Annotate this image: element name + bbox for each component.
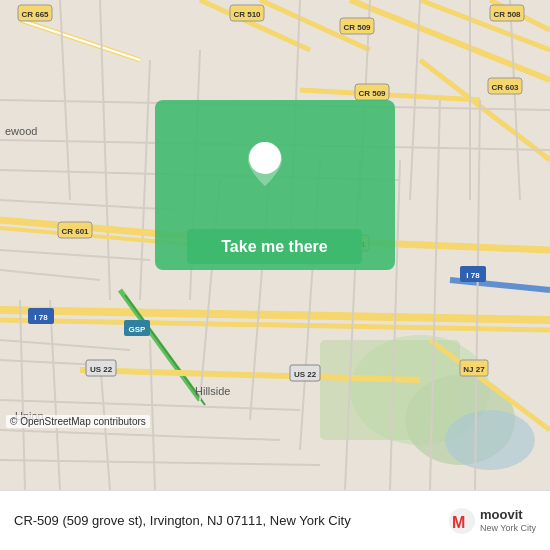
svg-text:NJ 27: NJ 27 xyxy=(463,365,485,374)
moovit-city-label: New York City xyxy=(480,523,536,533)
svg-text:CR 509: CR 509 xyxy=(358,89,386,98)
svg-text:GSP: GSP xyxy=(129,325,147,334)
svg-rect-3 xyxy=(320,340,460,440)
svg-text:CR 665: CR 665 xyxy=(21,10,49,19)
svg-text:CR 508: CR 508 xyxy=(493,10,521,19)
moovit-logo: M moovit New York City xyxy=(448,507,536,535)
svg-text:ewood: ewood xyxy=(5,125,37,137)
svg-text:US 22: US 22 xyxy=(90,365,113,374)
moovit-brand-label: moovit xyxy=(480,508,536,522)
svg-text:CR 601: CR 601 xyxy=(61,227,89,236)
svg-point-87 xyxy=(258,151,272,165)
footer-bar: CR-509 (509 grove st), Irvington, NJ 071… xyxy=(0,490,550,550)
svg-text:Hillside: Hillside xyxy=(195,385,230,397)
svg-text:CR 510: CR 510 xyxy=(233,10,261,19)
svg-text:US 22: US 22 xyxy=(294,370,317,379)
footer-address: CR-509 (509 grove st), Irvington, NJ 071… xyxy=(14,513,438,528)
cta-label: Take me there xyxy=(221,238,327,256)
osm-credit: © OpenStreetMap contributors xyxy=(6,415,150,428)
svg-text:CR 509: CR 509 xyxy=(343,23,371,32)
take-me-there-button[interactable]: Take me there xyxy=(187,229,362,264)
svg-point-4 xyxy=(445,410,535,470)
map-pin xyxy=(245,140,285,192)
svg-text:CR 603: CR 603 xyxy=(491,83,519,92)
svg-text:M: M xyxy=(452,514,465,531)
svg-text:I 78: I 78 xyxy=(466,271,480,280)
moovit-icon: M xyxy=(448,507,476,535)
svg-text:I 78: I 78 xyxy=(34,313,48,322)
map-container: Hillside Union CR 665 CR 510 CR 509 CR 5… xyxy=(0,0,550,490)
